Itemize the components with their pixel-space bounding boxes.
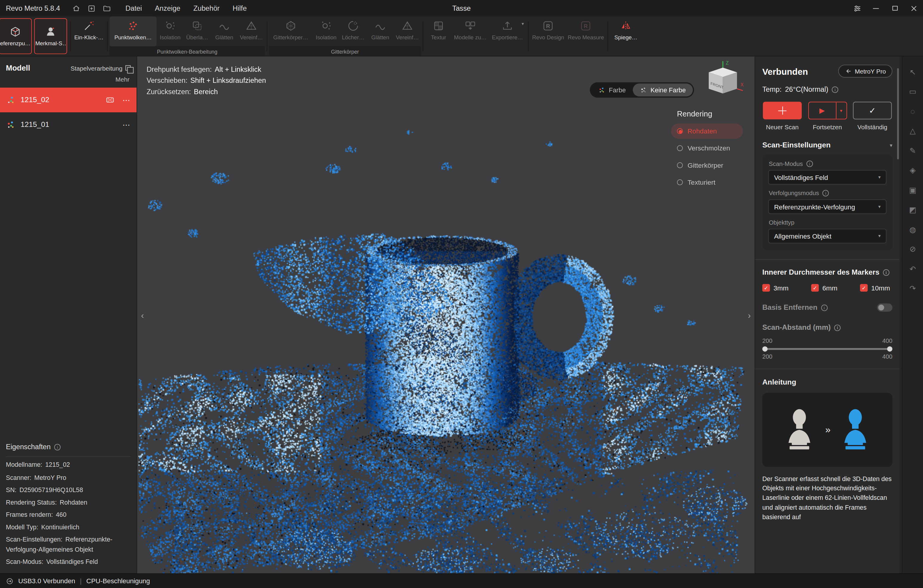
toggle-no-color[interactable]: Keine Farbe: [633, 84, 693, 96]
connected-region-icon[interactable]: ◈: [907, 164, 918, 176]
rendering-title: Rendering: [677, 109, 743, 118]
undo-icon[interactable]: ↶: [907, 263, 918, 274]
mesh-simplify-button: Vereinf…: [394, 16, 421, 46]
chevron-down-icon[interactable]: ▾: [836, 102, 846, 118]
device-button[interactable]: MetroY Pro: [838, 65, 892, 77]
color-toggle: Farbe Keine Farbe: [590, 82, 694, 97]
model-menu-icon[interactable]: ⋯: [123, 120, 131, 129]
property-row: Scan-Einstellungen:Referenzpunkte-Verfol…: [6, 535, 131, 554]
toggle-color[interactable]: Farbe: [591, 84, 633, 96]
divider: [107, 21, 108, 51]
home-icon[interactable]: [68, 2, 84, 15]
frames-icon[interactable]: [105, 95, 115, 105]
revo-design-icon: [542, 20, 554, 31]
info-icon[interactable]: [834, 324, 841, 331]
info-icon[interactable]: [806, 161, 813, 167]
menu-anzeige[interactable]: Anzeige: [148, 0, 187, 16]
rendering-option-gitterkoerper[interactable]: Gitterkörper: [671, 157, 743, 173]
menu-datei[interactable]: Datei: [119, 0, 148, 16]
fill-holes-icon[interactable]: ◍: [907, 223, 918, 235]
navigation-cube[interactable]: Z FRONT X: [702, 59, 747, 104]
rendering-option-rohdaten[interactable]: Rohdaten: [671, 124, 743, 139]
invert-select-icon[interactable]: ◩: [907, 204, 918, 215]
scan-distance-slider[interactable]: [762, 345, 892, 353]
reference-scan-button[interactable]: eferenzpu…: [0, 18, 32, 54]
rendering-option-verschmolzen[interactable]: Verschmolzen: [671, 141, 743, 156]
menu-hilfe[interactable]: Hilfe: [226, 0, 253, 16]
pointcloud-edit-button[interactable]: Punktwolken…: [109, 16, 156, 46]
property-row: Rendering Status:Rohdaten: [6, 498, 131, 507]
mesh-group: Gitterkörper… Isolation Löcher… Glätten …: [269, 16, 420, 56]
simplify-icon: [402, 20, 413, 31]
group-title-mesh: Gitterkörper: [269, 46, 420, 56]
info-icon[interactable]: [832, 86, 838, 93]
new-project-icon[interactable]: [84, 2, 99, 15]
mirror-button[interactable]: Spiege…: [610, 16, 642, 56]
new-scan-button[interactable]: [763, 102, 801, 120]
batch-processing-button[interactable]: Stapelverarbeitung: [71, 64, 131, 72]
delete-icon[interactable]: ⊘: [907, 243, 918, 255]
tracking-mode-select[interactable]: Referenzpunkte-Verfolgung▾: [768, 199, 887, 214]
mesh-isolation-button: Isolation: [312, 16, 340, 46]
pointcloud-icon: [127, 20, 139, 31]
complete-scan-button[interactable]: ✓: [853, 102, 892, 120]
model-item-1215-01[interactable]: 1215_01 ⋯: [0, 112, 136, 137]
scan-mode-select[interactable]: Vollständiges Feld▾: [768, 170, 887, 184]
point-cloud-canvas[interactable]: [137, 57, 755, 573]
more-link[interactable]: Mehr: [0, 74, 136, 88]
base-removal-toggle[interactable]: [877, 303, 892, 312]
slider-track: [764, 348, 891, 350]
lasso-select-icon[interactable]: ◌: [907, 105, 918, 117]
open-folder-icon[interactable]: [99, 2, 114, 15]
model-menu-icon[interactable]: ⋯: [123, 96, 131, 105]
play-icon[interactable]: ▶: [808, 102, 836, 118]
maximize-button[interactable]: [885, 0, 904, 16]
info-icon[interactable]: [821, 305, 828, 311]
smooth-icon: [218, 20, 230, 31]
marker-3mm-checkbox[interactable]: 3mm: [762, 284, 788, 292]
info-icon[interactable]: [54, 444, 61, 450]
info-icon[interactable]: [823, 190, 829, 197]
redo-icon[interactable]: ↷: [907, 283, 918, 294]
close-button[interactable]: [904, 0, 923, 16]
plane-select-icon[interactable]: ▣: [907, 184, 918, 196]
one-click-edit-button[interactable]: Ein-Klick-…: [72, 16, 105, 56]
resume-scan-button[interactable]: ▶ ▾: [808, 102, 847, 120]
slider-handle-min[interactable]: [762, 346, 768, 352]
object-type-select[interactable]: Allgemeines Objekt▾: [768, 229, 887, 243]
collapse-right-icon[interactable]: ›: [745, 310, 754, 320]
mirror-icon: [620, 20, 631, 31]
model-name: 1215_02: [21, 96, 49, 104]
fill-holes-icon: [347, 20, 359, 31]
check-icon: ✓: [869, 106, 876, 115]
info-icon[interactable]: [883, 269, 890, 275]
pointcloud-edit-group: Punktwolken… Isolation Überla… Glätten V…: [109, 16, 265, 56]
export-button: ▾ Exportiere…: [489, 16, 526, 56]
scrollbar-thumb[interactable]: [897, 68, 899, 159]
panel-scrollbar[interactable]: [900, 57, 902, 573]
checkbox-checked-icon: [860, 284, 868, 292]
polygon-select-icon[interactable]: △: [907, 125, 918, 136]
chevron-icon[interactable]: ▾: [890, 142, 892, 148]
group-title-pointcloud: Punktwolken-Bearbeitung: [109, 46, 265, 56]
pointer-icon[interactable]: ↖: [907, 66, 918, 77]
pointcloud-model-icon: [6, 95, 16, 105]
overlap-icon: [191, 20, 203, 31]
rendering-option-texturiert[interactable]: Texturiert: [671, 175, 743, 190]
slider-handle-max[interactable]: [887, 346, 893, 352]
marker-10mm-checkbox[interactable]: 10mm: [860, 284, 890, 292]
properties-panel: Eigenschaften Modellname:1215_02 Scanner…: [0, 437, 136, 573]
brush-select-icon[interactable]: ✎: [907, 145, 918, 156]
feature-scan-button[interactable]: Merkmal-S…: [34, 18, 67, 54]
model-item-1215-02[interactable]: 1215_02 ⋯: [0, 88, 136, 112]
merge-icon: [465, 20, 476, 31]
marker-6mm-checkbox[interactable]: 6mm: [811, 284, 838, 292]
menu-zubehoer[interactable]: Zubehör: [187, 0, 226, 16]
minimize-button[interactable]: [866, 0, 885, 16]
svg-text:X: X: [741, 82, 744, 87]
radio-icon: [677, 179, 683, 185]
color-dots-icon: [598, 86, 606, 94]
rect-select-icon[interactable]: ▭: [907, 85, 918, 97]
collapse-left-icon[interactable]: ‹: [138, 310, 147, 320]
preferences-icon[interactable]: [847, 0, 866, 16]
